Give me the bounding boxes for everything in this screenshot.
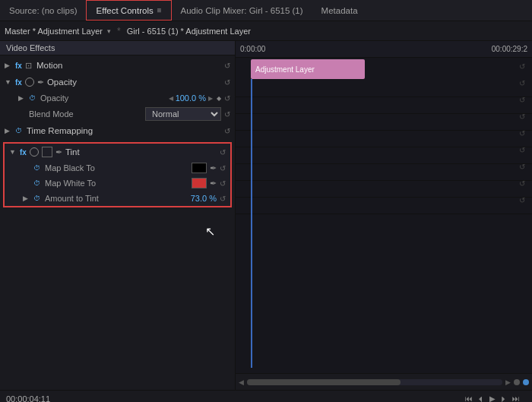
timeline-scroll-right[interactable]: ▶ [505,378,511,386]
blend-mode-select[interactable]: Normal Dissolve Darken Multiply Lighten … [145,107,221,121]
map-white-to-row: ⏱ Map White To ✒ ↺ [5,176,230,191]
map-black-stopwatch[interactable]: ⏱ [33,164,40,172]
opacity-value-controls: ◀ 100.0 % ▶ ◆ [169,93,221,103]
opacity-reset[interactable]: ↺ [224,78,230,87]
tint-box-icon [42,147,52,157]
timeline-scrollbar-track[interactable] [247,379,502,385]
tint-reset[interactable]: ↺ [220,148,226,157]
timeline-reset-5[interactable]: ↺ [515,125,529,141]
timeline-scrollbar-thumb[interactable] [247,379,401,385]
opacity-expand-arrow[interactable]: ▼ [5,78,12,86]
motion-effect-row: ▶ fx ⊡ Motion ↺ [0,57,235,74]
timeline-reset-9[interactable]: ↺ [515,192,529,208]
timeline-time-end: 00:00:29:2 [492,45,527,53]
map-black-swatch[interactable] [192,163,207,173]
time-remap-expand[interactable]: ▶ [5,127,12,135]
timeline-nav-dot-1[interactable] [514,379,520,385]
blend-mode-row: Blend Mode Normal Dissolve Darken Multip… [0,106,235,122]
blend-mode-reset[interactable]: ↺ [224,110,230,119]
right-panel: 0:00:00 00:00:29:2 Adjustment Layer ↺ ↺ … [236,41,532,390]
amount-tint-label: Amount to Tint [45,194,188,203]
timeline-reset-4[interactable]: ↺ [515,108,529,125]
timeline-reset-7[interactable]: ↺ [515,158,529,175]
time-remap-stopwatch: ⏱ [15,127,22,135]
time-remap-reset[interactable]: ↺ [224,127,230,135]
timeline-scroll-left[interactable]: ◀ [239,378,244,386]
track-row-2 [236,97,532,114]
opacity-keyframe-icon[interactable]: ◆ [217,95,221,102]
adjustment-clip-label: Girl - 6515 (1) * Adjustment Layer [127,27,251,36]
map-black-label: Map Black To [45,163,188,173]
tab-effect-controls[interactable]: Effect Controls ≡ [86,0,171,21]
map-black-eyedropper[interactable]: ✒ [210,163,217,173]
timeline-scrollbar-area: ◀ ▶ [236,373,532,390]
timeline-reset-3[interactable]: ↺ [515,91,529,108]
opacity-stopwatch-icon[interactable]: ⏱ [29,94,36,102]
secondary-bar: Master * Adjustment Layer ▾ * Girl - 651… [0,21,532,41]
playhead-line [251,79,252,368]
tint-fx-badge: fx [20,148,27,157]
opacity-circle-icon [25,78,34,87]
video-effects-header: Video Effects [0,41,235,55]
right-panel-resets: ↺ ↺ ↺ ↺ ↺ ↺ ↺ ↺ ↺ [515,58,529,208]
map-white-eyedropper[interactable]: ✒ [210,179,217,188]
step-back-btn[interactable]: ⏴ [477,394,485,402]
amount-tint-stopwatch[interactable]: ⏱ [33,195,40,202]
timeline-reset-6[interactable]: ↺ [515,141,529,158]
bottom-bar: 00:00:04:11 ⏮ ⏴ ▶ ⏵ ⏭ [0,390,532,402]
amount-tint-expand[interactable]: ▶ [23,195,30,202]
timeline-nav-dot-2[interactable] [523,379,529,385]
track-row-1 [236,81,532,97]
play-btn[interactable]: ▶ [489,394,496,402]
tint-name: Tint [65,147,217,157]
timeline-tracks: Adjustment Layer ↺ ↺ ↺ ↺ ↺ ↺ ↺ ↺ ↺ [236,58,532,373]
map-black-reset[interactable]: ↺ [220,164,226,173]
opacity-pen-icon: ✒ [37,78,44,87]
amount-tint-row: ▶ ⏱ Amount to Tint 73.0 % ↺ [5,191,230,206]
opacity-prop-expand[interactable]: ▶ [18,94,26,102]
timeline-ruler: 0:00:00 00:00:29:2 [236,41,532,58]
track-row-6 [236,164,532,181]
tab-source[interactable]: Source: (no clips) [0,0,86,21]
amount-tint-reset[interactable]: ↺ [220,195,226,203]
master-clip-dropdown[interactable]: ▾ [107,27,111,35]
opacity-arrow-right[interactable]: ▶ [208,95,213,102]
step-forward-btn[interactable]: ⏵ [500,394,508,402]
map-white-swatch[interactable] [192,178,207,188]
track-row-5 [236,147,532,164]
opacity-effect-row: ▼ fx ✒ Opacity ↺ [0,74,235,90]
tab-metadata[interactable]: Metadata [312,0,367,21]
blend-mode-label: Blend Mode [29,109,142,119]
amount-tint-value[interactable]: 73.0 % [191,194,217,203]
motion-name: Motion [36,61,221,70]
current-time-display: 00:00:04:11 [6,394,50,403]
tab-menu-icon[interactable]: ≡ [157,6,162,14]
tint-circle-icon [30,147,39,157]
tab-bar: Source: (no clips) Effect Controls ≡ Aud… [0,0,532,21]
motion-fx-badge: fx [15,62,22,70]
motion-expand-arrow[interactable]: ▶ [5,62,12,69]
opacity-arrow-left[interactable]: ◀ [169,95,173,102]
opacity-property-row: ▶ ⏱ Opacity ◀ 100.0 % ▶ ◆ ↺ [0,90,235,106]
play-to-start-btn[interactable]: ⏮ [465,394,473,402]
tint-pen-icon: ✒ [55,147,62,157]
opacity-value[interactable]: 100.0 % [176,93,206,103]
tint-expand-arrow[interactable]: ▼ [9,148,17,156]
track-row-3 [236,114,532,131]
map-white-reset[interactable]: ↺ [220,179,226,188]
adjustment-layer-clip[interactable]: Adjustment Layer [251,59,365,79]
timeline-time-start: 0:00:00 [240,45,265,53]
timeline-reset-1[interactable]: ↺ [515,58,529,74]
map-black-to-row: ⏱ Map Black To ✒ ↺ [5,160,230,176]
opacity-prop-reset[interactable]: ↺ [224,94,230,103]
tint-section: ▼ fx ✒ Tint ↺ ⏱ Map Black To ✒ ↺ [3,142,232,207]
left-panel: Video Effects ▶ fx ⊡ Motion ↺ ▼ fx ✒ Opa… [0,41,236,390]
play-to-end-btn[interactable]: ⏭ [512,394,520,402]
timeline-reset-2[interactable]: ↺ [515,74,529,91]
motion-reset[interactable]: ↺ [224,62,230,70]
map-white-stopwatch[interactable]: ⏱ [33,179,40,187]
time-remap-name: Time Remapping [27,126,221,135]
tab-audio-mixer[interactable]: Audio Clip Mixer: Girl - 6515 (1) [172,0,312,21]
timeline-reset-8[interactable]: ↺ [515,175,529,192]
map-white-label: Map White To [45,179,188,188]
